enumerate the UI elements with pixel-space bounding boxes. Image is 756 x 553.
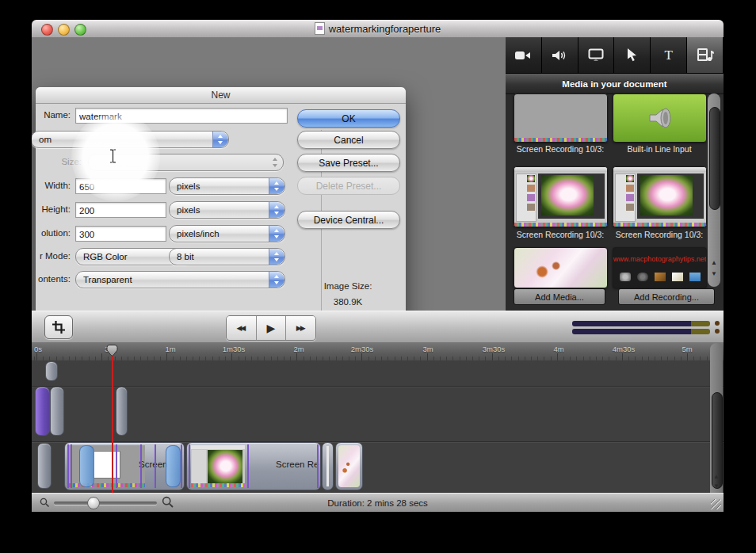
- clip-bottom-left-pill[interactable]: [37, 443, 52, 489]
- tool-media-library-button[interactable]: [687, 37, 724, 73]
- crop-button[interactable]: [44, 315, 73, 339]
- dialog-title: New: [36, 87, 406, 104]
- clip-screen-recording-2[interactable]: Screen Re: [186, 442, 321, 490]
- timeline-tracks[interactable]: Screen Screen Re: [32, 360, 724, 493]
- media-scrollbar-thumb[interactable]: [709, 107, 720, 210]
- add-recording-button[interactable]: Add Recording...: [618, 288, 715, 305]
- stepper-disabled-icon: [268, 154, 283, 170]
- tool-display-button[interactable]: [578, 37, 615, 73]
- text-tool-icon: T: [665, 48, 673, 63]
- height-field[interactable]: [75, 202, 166, 218]
- resize-grip[interactable]: [711, 499, 721, 509]
- name-field[interactable]: [75, 108, 288, 124]
- screenshot-stage: watermarkingforaperture New Name: om Siz…: [0, 0, 756, 553]
- clip-thin[interactable]: [322, 442, 334, 490]
- resolution-field[interactable]: [75, 226, 166, 242]
- device-central-button[interactable]: Device Central...: [297, 211, 400, 229]
- close-window-button[interactable]: [41, 24, 53, 36]
- stepper-icon[interactable]: [269, 178, 284, 194]
- width-unit-dropdown[interactable]: pixels: [169, 177, 285, 195]
- play-button[interactable]: ▶: [257, 316, 287, 340]
- window-title: watermarkingforaperture: [329, 23, 441, 35]
- clip-audio-short[interactable]: [116, 387, 128, 436]
- media-item-label: Screen Recording 10/3:: [513, 144, 608, 154]
- resolution-unit-dropdown[interactable]: pixels/inch: [169, 225, 285, 242]
- contents-dropdown[interactable]: Transparent: [75, 271, 285, 288]
- rewind-button[interactable]: ◀◀: [227, 316, 257, 340]
- video-canvas[interactable]: New Name: om Size: Width: pixels: [32, 37, 506, 311]
- timeline-ruler[interactable]: 0s 30s 1m 1m30s 2m 2m30s 3m 3m30s 4m 4m3…: [32, 342, 724, 361]
- media-item-screen-recording-2[interactable]: [514, 166, 608, 227]
- stepper-icon[interactable]: [269, 202, 284, 218]
- document-icon: [315, 22, 325, 35]
- media-item-line-input[interactable]: [613, 93, 707, 143]
- audio-meter-left: [572, 321, 710, 326]
- action-marker[interactable]: [166, 445, 181, 487]
- ruler-label: 4m: [553, 345, 563, 353]
- tool-audio-button[interactable]: [542, 37, 578, 73]
- contents-value: Transparent: [83, 275, 132, 284]
- playhead-line[interactable]: [112, 353, 113, 493]
- duration-text: Duration: 2 mins 28 secs: [32, 494, 724, 512]
- width-label: Width:: [36, 181, 71, 190]
- zoom-window-button[interactable]: [74, 24, 86, 36]
- tool-text-button[interactable]: T: [651, 37, 687, 73]
- add-media-button[interactable]: Add Media...: [514, 288, 605, 305]
- bit-depth-dropdown[interactable]: 8 bit: [169, 248, 285, 265]
- rewind-icon: ◀◀: [236, 324, 246, 332]
- width-field[interactable]: [75, 178, 166, 194]
- cancel-button[interactable]: Cancel: [297, 131, 400, 149]
- color-mode-label: r Mode:: [36, 251, 71, 261]
- stepper-icon[interactable]: [269, 226, 284, 242]
- scroll-up-icon[interactable]: ▲: [708, 259, 720, 266]
- media-scrollbar[interactable]: ▲ ▼: [708, 93, 720, 287]
- preset-dropdown[interactable]: om: [32, 131, 229, 148]
- timeline-scrollbar[interactable]: ▲ ▼: [710, 343, 723, 493]
- scroll-up-icon[interactable]: ▲: [710, 473, 723, 480]
- window-titlebar[interactable]: watermarkingforaperture: [32, 20, 724, 38]
- action-marker[interactable]: [79, 445, 94, 487]
- save-preset-button[interactable]: Save Preset...: [297, 154, 400, 172]
- image-size-value: 380.9K: [297, 297, 399, 307]
- ok-button[interactable]: OK: [297, 109, 400, 128]
- web-page-url: www.macphotographytips.net: [613, 255, 707, 263]
- tool-camera-button[interactable]: [506, 37, 542, 73]
- media-toolbar: T: [506, 37, 724, 73]
- height-unit-dropdown[interactable]: pixels: [169, 201, 285, 219]
- clip-thumbnail: [191, 445, 245, 487]
- clip-audio-gray[interactable]: [50, 387, 64, 436]
- preset-value: om: [39, 135, 52, 144]
- minimize-window-button[interactable]: [58, 24, 70, 36]
- media-library-icon: [697, 48, 714, 63]
- clip-audio-purple[interactable]: [35, 387, 50, 436]
- statusbar: Duration: 2 mins 28 secs: [32, 493, 724, 512]
- media-item-screen-recording-1[interactable]: [514, 93, 608, 143]
- clip-lily-photo[interactable]: [335, 442, 363, 490]
- playhead-handle[interactable]: [105, 344, 120, 357]
- dock-strip: [613, 223, 706, 227]
- color-mode-value: RGB Color: [83, 252, 128, 261]
- app-window: watermarkingforaperture New Name: om Siz…: [32, 20, 724, 511]
- fast-forward-button[interactable]: ▶▶: [286, 316, 315, 340]
- contents-label: ontents:: [36, 274, 71, 284]
- scroll-down-icon[interactable]: ▼: [710, 482, 723, 490]
- stepper-icon[interactable]: [269, 272, 284, 288]
- ruler-major-ticks: [32, 353, 724, 360]
- tool-cursor-button[interactable]: [614, 37, 651, 73]
- height-unit-value: pixels: [177, 205, 200, 215]
- media-item-screen-recording-3[interactable]: [613, 166, 707, 227]
- stepper-icon[interactable]: [269, 249, 284, 265]
- clip-label: Screen: [139, 460, 167, 469]
- media-item-lily-photo[interactable]: [514, 247, 608, 288]
- stepper-icon[interactable]: [212, 132, 228, 147]
- media-item-web-page[interactable]: www.macphotographytips.net: [613, 247, 707, 288]
- resolution-unit-value: pixels/inch: [177, 229, 220, 238]
- dock-strip: [514, 223, 607, 227]
- track-separator: [32, 386, 724, 387]
- clip-screen-recording-1[interactable]: Screen: [64, 442, 185, 490]
- ruler-label: 3m: [422, 345, 433, 353]
- clip-small-top-track[interactable]: [45, 361, 58, 381]
- scroll-down-icon[interactable]: ▼: [708, 270, 720, 277]
- camera-icon: [514, 49, 532, 62]
- image-area: [637, 174, 704, 219]
